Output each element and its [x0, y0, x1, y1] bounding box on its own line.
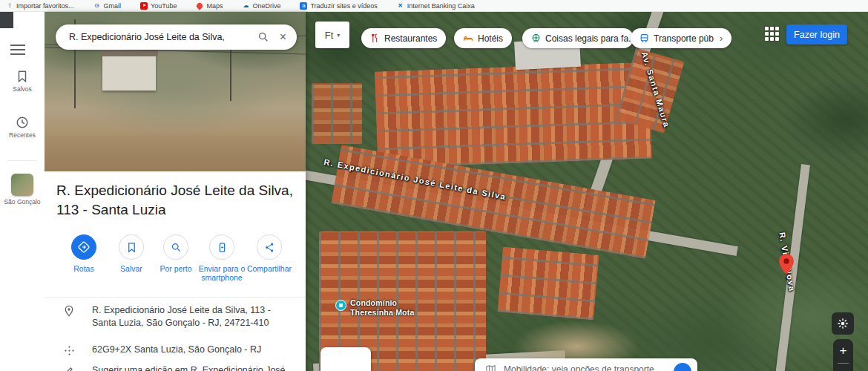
bookmark-label: Internet Banking Caixa	[407, 2, 475, 10]
bus-icon	[640, 33, 649, 43]
bookmark-caixa[interactable]: ✕ Internet Banking Caixa	[397, 2, 475, 10]
save-bookmark-icon	[126, 242, 137, 253]
snackbar-text: Mobilidade: veja opções de transporte	[504, 364, 690, 371]
rail-item-recents[interactable]: Recentes	[0, 116, 45, 139]
poi-name-line1: Condomínio	[350, 298, 397, 307]
chevron-down-icon: ▾	[337, 32, 340, 39]
chip-label: Hotéis	[478, 33, 503, 44]
plus-code-row[interactable]: 62G9+2X Santa Luzia, São Gonçalo - RJ	[45, 344, 306, 357]
photo-ground	[45, 131, 306, 171]
suggest-edit-row[interactable]: Sugerir uma edição em R. Expedicionário …	[45, 364, 306, 371]
import-icon: ⇪	[6, 2, 13, 10]
rail-divider	[7, 160, 37, 161]
place-title: R. Expedicionário José Leite da Silva, 1…	[56, 181, 294, 220]
bookmark-label: Maps	[206, 2, 223, 10]
rail-label-saved: Salvos	[0, 85, 45, 93]
bookmark-gmail[interactable]: G Gmail	[93, 2, 122, 10]
chip-label: Restaurantes	[384, 33, 437, 44]
chip-label: Coisas legais para fa...	[545, 33, 634, 44]
chip-things-to-do[interactable]: Coisas legais para fa...	[522, 28, 634, 48]
address-text: R. Expedicionário José Leite da Silva, 1…	[92, 304, 288, 329]
clear-search-icon[interactable]: ×	[280, 31, 286, 43]
poi-condominio[interactable]: Condomínio Theresinha Mota	[335, 298, 414, 318]
chip-restaurants[interactable]: Restaurantes	[361, 28, 446, 48]
send-to-phone-icon	[217, 242, 228, 253]
poi-name-line2: Theresinha Mota	[350, 308, 414, 317]
signin-button[interactable]: Fazer login	[786, 24, 847, 45]
divider	[45, 297, 306, 298]
hotel-bed-icon	[463, 33, 473, 43]
chip-hotels[interactable]: Hotéis	[454, 28, 512, 48]
bookmark-label: Traduzir sites e vídeos	[310, 2, 377, 10]
translate-icon: a	[300, 2, 307, 10]
search-input[interactable]	[69, 32, 253, 42]
onedrive-icon: ☁	[242, 2, 249, 10]
bookmark-label: YouTube	[151, 2, 177, 10]
place-panel: × R. Expedicionário José Leite da Silva,…	[45, 12, 306, 371]
gear-icon	[837, 318, 849, 329]
zoom-controls: + −	[833, 339, 853, 371]
bookmark-translate[interactable]: a Traduzir sites e vídeos	[300, 2, 377, 10]
clock-icon	[16, 116, 29, 129]
menu-button[interactable]	[10, 45, 25, 55]
left-rail: Salvos Recentes São Gonçalo	[0, 12, 45, 371]
actions-row: Rotas Salvar Por perto	[45, 234, 306, 294]
ferris-wheel-icon	[531, 33, 541, 43]
recent-place-thumbnail	[11, 174, 33, 196]
share-icon	[264, 242, 275, 253]
plus-code-text: 62G9+2X Santa Luzia, São Gonçalo - RJ	[92, 344, 261, 356]
restaurant-icon	[370, 33, 380, 43]
chip-label: Transporte púb	[654, 33, 714, 44]
rail-item-saved[interactable]: Salvos	[0, 70, 45, 93]
youtube-icon	[140, 2, 148, 10]
bookmark-label: Importar favoritos...	[16, 2, 74, 10]
plus-code-icon	[62, 344, 76, 357]
housing-block	[497, 247, 599, 321]
map-canvas[interactable]: R. Expedicionário José Leite da Silva Av…	[306, 12, 868, 371]
directions-icon	[78, 241, 90, 253]
zoom-in-button[interactable]: +	[833, 339, 853, 363]
maps-pin-icon	[196, 1, 204, 10]
nearby-search-icon	[171, 242, 182, 253]
share-button[interactable]: Compartilhar	[241, 234, 297, 273]
bookmark-icon	[16, 70, 29, 83]
map-fold-icon	[485, 364, 496, 371]
screen: ⇪ Importar favoritos... G Gmail YouTube …	[0, 0, 868, 371]
google-apps-icon[interactable]	[765, 27, 781, 43]
suggest-edit-text: Sugerir uma edição em R. Expedicionário …	[92, 364, 288, 371]
search-icon[interactable]	[257, 31, 269, 43]
building-poi-icon	[335, 300, 346, 311]
housing-block	[312, 83, 362, 144]
transit-snackbar[interactable]: Mobilidade: veja opções de transporte	[475, 358, 697, 371]
side-panel-button[interactable]	[0, 12, 13, 28]
photo-building	[102, 55, 156, 91]
address-row[interactable]: R. Expedicionário José Leite da Silva, 1…	[45, 304, 306, 329]
share-label: Compartilhar	[241, 264, 297, 273]
caixa-icon: ✕	[397, 2, 404, 10]
destination-pin-icon[interactable]	[779, 254, 794, 275]
search-bar: ×	[56, 24, 297, 50]
unit-selector[interactable]: Ft ▾	[315, 22, 349, 48]
rail-label-recent-place: São Gonçalo	[0, 198, 45, 206]
housing-block	[375, 62, 652, 168]
bookmark-label: Gmail	[104, 2, 122, 10]
location-pin-icon	[62, 304, 76, 318]
google-icon: G	[93, 2, 101, 10]
chip-transit[interactable]: Transporte púb ›	[631, 28, 731, 48]
zoom-out-button[interactable]: −	[833, 364, 853, 371]
street-view-button[interactable]	[832, 312, 854, 335]
unit-value: Ft	[325, 30, 334, 41]
layers-preview[interactable]	[320, 347, 371, 371]
bookmark-maps[interactable]: Maps	[196, 2, 223, 10]
bookmark-onedrive[interactable]: ☁ OneDrive	[242, 2, 280, 10]
pencil-icon	[62, 364, 76, 371]
bookmark-youtube[interactable]: YouTube	[140, 2, 177, 10]
chevron-right-icon: ›	[720, 33, 723, 44]
bookmark-label: OneDrive	[252, 2, 280, 10]
bookmarks-bar: ⇪ Importar favoritos... G Gmail YouTube …	[0, 0, 868, 12]
rail-label-recents: Recentes	[0, 131, 45, 139]
bookmark-import[interactable]: ⇪ Importar favoritos...	[6, 2, 74, 10]
rail-item-recent-place[interactable]: São Gonçalo	[0, 174, 45, 206]
